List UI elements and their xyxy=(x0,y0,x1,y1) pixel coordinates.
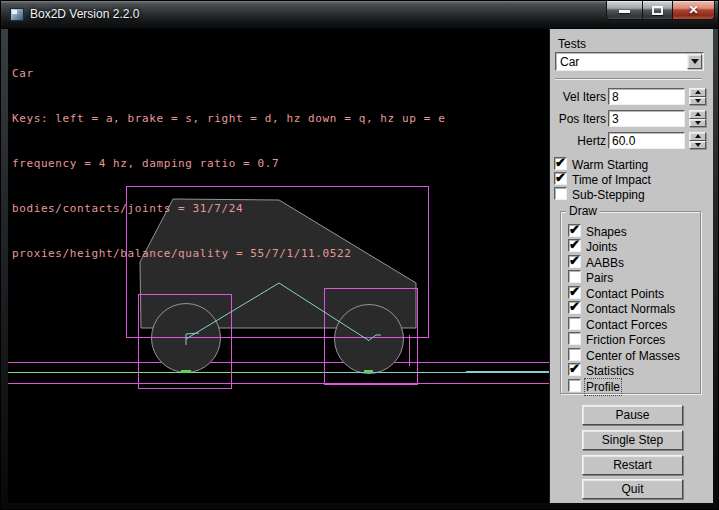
center-of-masses-label: Center of Masses xyxy=(586,349,680,363)
contact-forces-checkbox[interactable] xyxy=(568,317,581,330)
control-panel: Tests Car Vel Iters Pos Iters xyxy=(549,29,713,503)
spinner-down-button[interactable] xyxy=(689,119,706,128)
pos-iters-label: Pos Iters xyxy=(550,112,606,126)
contact-normals-label: Contact Normals xyxy=(586,302,675,316)
spinner-up-icon xyxy=(695,90,701,94)
contact-forces-label: Contact Forces xyxy=(586,318,667,332)
keys-help-text: Keys: left = a, brake = s, right = d, hz… xyxy=(12,111,445,126)
statistics-label: Statistics xyxy=(586,364,634,378)
time-of-impact-checkbox[interactable] xyxy=(554,172,567,185)
time-of-impact-label: Time of Impact xyxy=(572,173,651,187)
aabbs-checkbox[interactable] xyxy=(568,255,581,268)
pairs-checkbox[interactable] xyxy=(568,270,581,283)
maximize-icon xyxy=(652,6,663,15)
joints-label: Joints xyxy=(586,240,617,254)
window-title: Box2D Version 2.2.0 xyxy=(30,7,139,21)
close-button[interactable]: ✕ xyxy=(673,1,715,20)
stats-proxies-text: proxies/height/balance/quality = 55/7/1/… xyxy=(12,246,445,261)
frequency-text: frequency = 4 hz, damping ratio = 0.7 xyxy=(12,156,445,171)
spinner-down-button[interactable] xyxy=(689,97,706,106)
pos-iters-spinner xyxy=(689,110,706,127)
shapes-label: Shapes xyxy=(586,225,627,239)
single-step-button[interactable]: Single Step xyxy=(582,430,683,450)
restart-button[interactable]: Restart xyxy=(582,455,683,475)
quit-button[interactable]: Quit xyxy=(582,479,683,499)
pos-iters-input[interactable] xyxy=(608,110,685,127)
spinner-down-icon xyxy=(695,143,701,147)
contact-points-label: Contact Points xyxy=(586,287,664,301)
title-bar[interactable]: Box2D Version 2.2.0 ✕ xyxy=(1,1,718,29)
simulation-viewport[interactable]: Car Keys: left = a, brake = s, right = d… xyxy=(8,29,549,503)
profile-label: Profile xyxy=(586,380,620,394)
minimize-icon xyxy=(619,10,630,13)
draw-group-label: Draw xyxy=(566,204,600,218)
spinner-up-icon xyxy=(695,112,701,116)
friction-forces-label: Friction Forces xyxy=(586,333,665,347)
test-name-text: Car xyxy=(12,66,445,81)
tests-dropdown[interactable]: Car xyxy=(555,52,704,71)
tests-label: Tests xyxy=(558,37,586,51)
center-of-masses-checkbox[interactable] xyxy=(568,348,581,361)
vel-iters-label: Vel Iters xyxy=(550,90,606,104)
app-window: Box2D Version 2.2.0 ✕ xyxy=(0,0,719,510)
vel-iters-input[interactable] xyxy=(608,88,685,105)
client-area: Car Keys: left = a, brake = s, right = d… xyxy=(8,29,713,503)
shapes-checkbox[interactable] xyxy=(568,224,581,237)
window-controls: ✕ xyxy=(606,1,715,20)
tests-dropdown-value: Car xyxy=(560,55,579,69)
ground-edge xyxy=(8,372,549,373)
spinner-down-button[interactable] xyxy=(689,141,706,150)
spinner-down-icon xyxy=(695,121,701,125)
contact-normals-checkbox[interactable] xyxy=(568,301,581,314)
spinner-up-button[interactable] xyxy=(689,132,706,141)
spinner-up-button[interactable] xyxy=(689,88,706,97)
sub-stepping-checkbox[interactable] xyxy=(554,187,567,200)
debug-text-overlay: Car Keys: left = a, brake = s, right = d… xyxy=(12,36,445,291)
vel-iters-spinner xyxy=(689,88,706,105)
hertz-spinner xyxy=(689,132,706,149)
statistics-checkbox[interactable] xyxy=(568,363,581,376)
draw-group: Draw Shapes Joints AABBs Pairs Contact P… xyxy=(560,211,701,394)
maximize-button[interactable] xyxy=(643,1,673,20)
sub-stepping-label: Sub-Stepping xyxy=(572,188,645,202)
app-icon xyxy=(10,8,24,21)
separator xyxy=(555,78,702,80)
tests-dropdown-arrow-button[interactable] xyxy=(687,54,702,69)
minimize-button[interactable] xyxy=(606,1,643,20)
spinner-up-button[interactable] xyxy=(689,110,706,119)
spinner-down-icon xyxy=(695,99,701,103)
contact-points-checkbox[interactable] xyxy=(568,286,581,299)
warm-starting-label: Warm Starting xyxy=(572,158,648,172)
pairs-label: Pairs xyxy=(586,271,613,285)
joints-checkbox[interactable] xyxy=(568,239,581,252)
friction-forces-checkbox[interactable] xyxy=(568,332,581,345)
hertz-input[interactable] xyxy=(608,132,685,149)
pause-button[interactable]: Pause xyxy=(582,405,683,425)
close-icon: ✕ xyxy=(688,4,698,16)
stats-bodies-text: bodies/contacts/joints = 31/7/24 xyxy=(12,201,445,216)
aabbs-label: AABBs xyxy=(586,256,624,270)
spinner-up-icon xyxy=(695,134,701,138)
hertz-label: Hertz xyxy=(550,134,606,148)
car-wheel-front xyxy=(335,305,404,374)
chevron-down-icon xyxy=(691,59,699,64)
warm-starting-checkbox[interactable] xyxy=(554,157,567,170)
profile-checkbox[interactable] xyxy=(568,379,581,392)
